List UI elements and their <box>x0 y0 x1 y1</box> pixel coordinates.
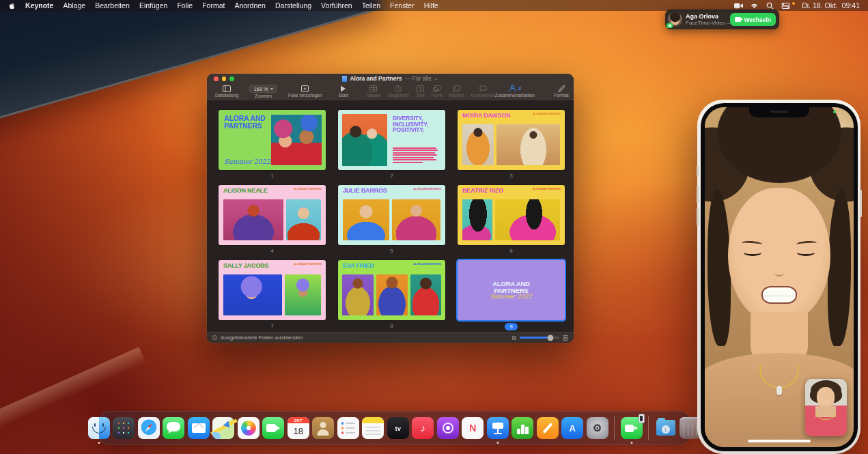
calendar-day: 18 <box>288 423 309 439</box>
slide-cell-8: EVA FRIED ALORA AND PARTNERS 8 <box>338 260 445 332</box>
menu-einfuegen[interactable]: Einfügen <box>139 1 167 10</box>
slide5-brand: ALORA AND PARTNERS <box>414 188 441 190</box>
facetime-self-view[interactable] <box>805 379 847 436</box>
slide1-photo <box>271 115 322 165</box>
menu-hilfe[interactable]: Hilfe <box>424 1 438 10</box>
chart-label: Diagramm <box>387 93 408 98</box>
search-icon[interactable] <box>766 2 774 10</box>
thumbnail-size-slider[interactable] <box>520 337 559 339</box>
slide-thumbnail-3[interactable]: MOIRA DAWSON ALORA AND PARTNERS <box>458 110 565 170</box>
menu-format[interactable]: Format <box>202 1 225 10</box>
document-title: Alora and Partners <box>350 75 402 82</box>
menu-fenster[interactable]: Fenster <box>390 1 415 10</box>
play-label: Start <box>339 93 348 98</box>
slide-number-8: 8 <box>338 323 445 329</box>
comment-label: Kommentar <box>471 93 494 98</box>
title-chevron-icon[interactable]: ⌄ <box>434 76 438 81</box>
dock-reminders-icon[interactable] <box>337 417 359 439</box>
dock-photos-icon[interactable] <box>238 417 260 439</box>
dock-safari-icon[interactable] <box>138 417 160 439</box>
dock-notes-icon[interactable] <box>362 417 384 439</box>
switch-call-button[interactable]: Wechseln <box>730 13 776 26</box>
slide-cell-9: ALORA AND PARTNERS Summer 2022 9 <box>458 260 565 332</box>
zoom-window-button[interactable] <box>229 76 234 81</box>
toolbar-play-button[interactable]: Start <box>339 85 348 98</box>
dock-appstore-icon[interactable]: A <box>561 417 583 439</box>
menu-bar-clock[interactable]: Di. 18. Okt. 09:41 <box>802 1 860 10</box>
dock-calendar-icon[interactable]: OKT 18 <box>288 417 309 439</box>
iphone-screen-facetime-video[interactable] <box>705 107 854 447</box>
table-label: Tabelle <box>366 93 381 98</box>
menu-ablage[interactable]: Ablage <box>63 1 85 10</box>
dock-contacts-icon[interactable] <box>312 417 334 439</box>
dock-mail-icon[interactable] <box>188 417 210 439</box>
slide1-subtitle: Summer 2022 <box>224 158 270 165</box>
slider-knob[interactable] <box>548 335 554 341</box>
slide-thumbnail-6[interactable]: BEATRIZ RIZO ALORA AND PARTNERS <box>458 185 565 245</box>
dock-facetime-icon[interactable] <box>262 417 284 439</box>
slide-thumbnail-9-selected[interactable]: ALORA AND PARTNERS Summer 2022 <box>458 260 565 320</box>
iphone-mute-switch <box>697 165 699 176</box>
document-proxy-icon[interactable] <box>342 76 347 82</box>
slide-number-3: 3 <box>458 173 565 179</box>
dock-settings-icon[interactable]: ⚙ <box>587 417 608 439</box>
dock-numbers-icon[interactable] <box>512 417 533 439</box>
dock-appletv-icon[interactable]: tv <box>387 417 409 439</box>
text-icon <box>417 85 424 92</box>
dock-downloads-icon[interactable]: ↓ <box>655 417 677 439</box>
facetime-notification[interactable]: Aga Orlova FaceTime-Video – iPhone › Wec… <box>665 10 779 29</box>
close-button[interactable] <box>214 76 219 81</box>
dock-podcasts-icon[interactable] <box>437 417 459 439</box>
slide9-title: ALORA AND PARTNERS <box>488 281 535 294</box>
share-status[interactable]: — Für alle <box>404 75 431 82</box>
menu-bearbeiten[interactable]: Bearbeiten <box>95 1 130 10</box>
slide5-photo-left <box>343 199 389 240</box>
apple-menu-icon[interactable] <box>8 2 16 10</box>
slide3-title: MOIRA DAWSON <box>462 113 510 119</box>
toolbar-zoom-dropdown[interactable]: 168 % Zoomen <box>249 85 277 98</box>
dock-maps-icon[interactable] <box>212 417 234 439</box>
collaborate-badge: 2 <box>518 85 521 91</box>
menu-teilen[interactable]: Teilen <box>362 1 380 10</box>
video-badge-icon <box>667 23 673 28</box>
dock-facetime-handoff-icon[interactable] <box>621 417 643 439</box>
slide-thumbnail-8[interactable]: EVA FRIED ALORA AND PARTNERS <box>338 260 445 320</box>
slide-cell-5: JULIE BARROS ALORA AND PARTNERS 5 <box>338 185 445 260</box>
slide6-title: BEATRIZ RIZO <box>462 188 503 194</box>
menu-vorfuehren[interactable]: Vorführen <box>321 1 352 10</box>
toolbar-view-button[interactable]: Darstellung <box>215 85 238 98</box>
toolbar-format-button[interactable]: Format <box>554 85 569 98</box>
dock-news-icon[interactable]: N <box>462 417 484 439</box>
zoom-value-box[interactable]: 168 % <box>249 85 277 93</box>
minimize-button[interactable] <box>222 76 227 81</box>
menu-folie[interactable]: Folie <box>177 1 193 10</box>
hidden-slides-checkbox[interactable] <box>212 335 217 340</box>
slide-thumbnail-4[interactable]: ALISON NEALE ALORA AND PARTNERS <box>219 185 326 245</box>
menu-darstellung[interactable]: Darstellung <box>275 1 311 10</box>
toolbar-collaborate-button[interactable]: 2 Zusammenarbeiten <box>495 85 535 98</box>
wifi-icon[interactable] <box>750 2 759 10</box>
dock-messages-icon[interactable] <box>163 417 184 439</box>
window-titlebar[interactable]: Alora and Partners — Für alle ⌄ <box>207 74 574 83</box>
dock-launchpad-icon[interactable] <box>113 417 135 439</box>
menu-app-name[interactable]: Keynote <box>25 1 53 10</box>
video-status-icon[interactable] <box>734 2 743 10</box>
slide-thumbnail-5[interactable]: JULIE BARROS ALORA AND PARTNERS <box>338 185 445 245</box>
toolbar-add-slide-button[interactable]: Folie hinzufügen <box>288 85 322 98</box>
toolbar-media-button: Medien <box>449 85 464 98</box>
slide-thumbnail-1[interactable]: ALORA AND PARTNERS Summer 2022 <box>219 110 326 170</box>
home-indicator[interactable] <box>748 440 811 442</box>
slide-number-6: 6 <box>458 248 565 254</box>
zoom-value: 168 % <box>253 86 268 92</box>
notification-dot <box>792 2 795 5</box>
dock-music-icon[interactable]: ♪ <box>412 417 434 439</box>
slide-cell-6: BEATRIZ RIZO ALORA AND PARTNERS 6 <box>458 185 565 260</box>
table-icon <box>369 85 377 92</box>
slide-thumbnail-7[interactable]: SALLY JACOBS ALORA AND PARTNERS <box>219 260 326 320</box>
slide-thumbnail-2[interactable]: DIVERSITY, INCLUSIVITY, POSITIVITY. <box>338 110 445 170</box>
dock-pages-icon[interactable] <box>537 417 559 439</box>
control-center-icon[interactable] <box>781 2 790 10</box>
dock-keynote-icon[interactable] <box>487 417 509 439</box>
menu-anordnen[interactable]: Anordnen <box>234 1 266 10</box>
dock-finder-icon[interactable] <box>88 417 110 439</box>
